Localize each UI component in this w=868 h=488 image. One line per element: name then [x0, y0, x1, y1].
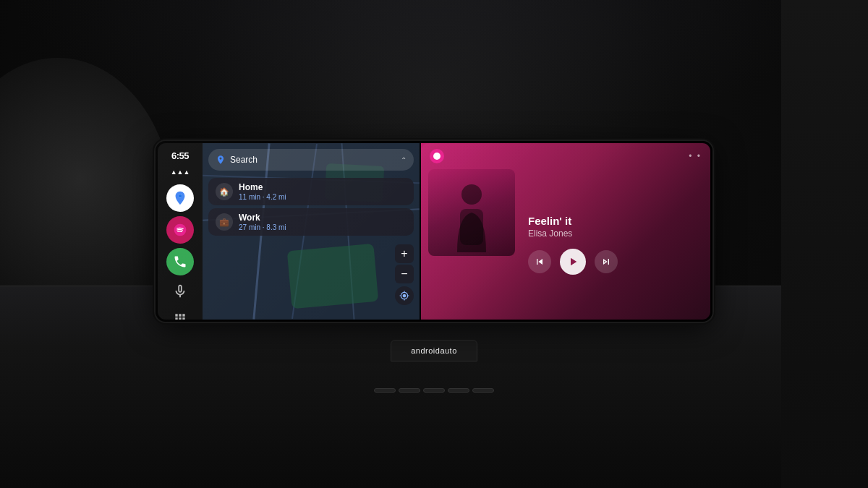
- vent-area: [362, 380, 506, 401]
- svg-rect-3: [460, 209, 483, 245]
- destination-home-name: Home: [239, 182, 407, 192]
- destination-home-info: Home 11 min · 4.2 mi: [239, 182, 407, 201]
- destination-list: 🏠 Home 11 min · 4.2 mi 💼 Work 27 min · 8…: [208, 178, 414, 236]
- work-icon: 💼: [216, 213, 233, 231]
- vent-slot: [472, 388, 494, 393]
- music-panel: • • Feelin' it: [421, 143, 710, 320]
- previous-track-button[interactable]: [528, 250, 551, 273]
- person-silhouette: [435, 173, 508, 252]
- vent-slot: [374, 388, 396, 393]
- album-art: [428, 169, 515, 256]
- signal-icon: ▲▲▲: [171, 168, 190, 176]
- phone-holder: androidauto: [391, 340, 477, 361]
- vent-slot: [399, 388, 420, 393]
- music-content: Feelin' it Elisa Jones: [421, 169, 710, 320]
- play-pause-button[interactable]: [560, 249, 586, 275]
- screen-glass: 6:55 ▲▲▲: [158, 143, 710, 320]
- next-track-button[interactable]: [595, 250, 618, 273]
- destination-home-distance: 11 min · 4.2 mi: [239, 193, 407, 201]
- map-park: [287, 244, 379, 309]
- chevron-up-icon: ⌃: [401, 156, 407, 164]
- sidebar-item-maps[interactable]: [166, 184, 194, 212]
- destination-work-name: Work: [239, 213, 407, 223]
- screen-bezel: 6:55 ▲▲▲: [156, 141, 712, 322]
- svg-point-1: [433, 153, 441, 160]
- sidebar-item-spotify[interactable]: [166, 216, 194, 244]
- svg-point-2: [461, 184, 482, 205]
- vent-slot: [423, 388, 445, 393]
- destination-work-distance: 27 min · 8.3 mi: [239, 223, 407, 231]
- home-icon: 🏠: [216, 183, 233, 200]
- status-time: 6:55: [171, 150, 189, 161]
- map-zoom-controls: + −: [395, 244, 414, 283]
- maps-panel[interactable]: Search ⌃ 🏠 Home 11 min · 4.2 mi 💼 Work 2: [203, 143, 420, 320]
- destination-work[interactable]: 💼 Work 27 min · 8.3 mi: [208, 208, 414, 236]
- search-label: Search: [230, 155, 396, 165]
- map-location-button[interactable]: [395, 286, 414, 305]
- maps-search-bar[interactable]: Search ⌃: [208, 149, 414, 171]
- album-artwork: [428, 169, 515, 256]
- zoom-in-button[interactable]: +: [395, 244, 414, 263]
- destination-home[interactable]: 🏠 Home 11 min · 4.2 mi: [208, 178, 414, 205]
- destination-work-info: Work 27 min · 8.3 mi: [239, 213, 407, 231]
- zoom-out-button[interactable]: −: [395, 265, 414, 283]
- music-top-bar: • •: [421, 143, 710, 169]
- song-title: Feelin' it: [528, 215, 705, 227]
- music-menu-icon[interactable]: • •: [689, 151, 702, 161]
- sidebar-item-phone[interactable]: [166, 248, 194, 275]
- music-info-controls: Feelin' it Elisa Jones: [522, 169, 710, 320]
- music-app-icon: [430, 149, 444, 163]
- sidebar-item-apps[interactable]: [169, 307, 192, 320]
- maps-pin-icon: [216, 155, 226, 165]
- android-auto-logo: androidauto: [411, 346, 457, 355]
- aa-sidebar: 6:55 ▲▲▲: [158, 143, 203, 320]
- music-controls: [528, 249, 705, 275]
- vent-slot: [448, 388, 469, 393]
- sidebar-item-mic[interactable]: [169, 280, 192, 303]
- right-panel: [781, 0, 868, 488]
- artist-name: Elisa Jones: [528, 228, 705, 239]
